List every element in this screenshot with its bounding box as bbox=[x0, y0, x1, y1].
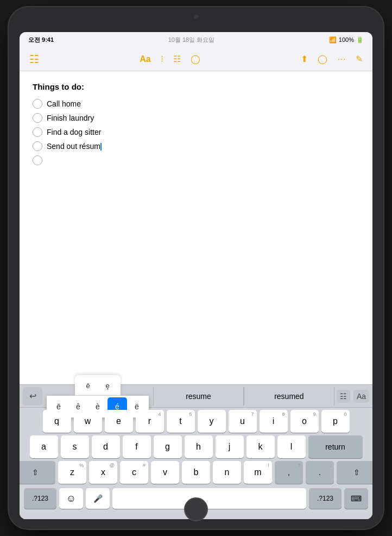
key-g[interactable]: g bbox=[154, 435, 182, 458]
key-j[interactable]: j bbox=[216, 435, 244, 458]
item-3-text: Find a dog sitter bbox=[47, 128, 101, 136]
screen: 오전 9:41 10월 18일 화요일 📶 100% 🔋 ☷ Aa ⁝ ☷ ◯ … bbox=[20, 32, 372, 519]
key-b[interactable]: b bbox=[182, 461, 210, 484]
key-row-1: q w e r4 t5 y u7 i8 o9 p0 bbox=[22, 410, 370, 433]
share-icon[interactable]: ⬆ bbox=[299, 53, 310, 65]
compose-icon[interactable]: ✎ bbox=[353, 53, 365, 65]
key-m[interactable]: m! bbox=[244, 461, 272, 484]
status-right: 📶 100% 🔋 bbox=[329, 36, 364, 43]
key-h[interactable]: h bbox=[185, 435, 213, 458]
camera-dot bbox=[194, 15, 198, 19]
text-cursor bbox=[100, 143, 102, 151]
key-x[interactable]: x@ bbox=[89, 461, 117, 484]
key-f[interactable]: f bbox=[123, 435, 151, 458]
status-time: 오전 9:41 bbox=[28, 36, 54, 44]
key-v[interactable]: v bbox=[151, 461, 179, 484]
key-d[interactable]: d bbox=[92, 435, 120, 458]
key-shift-right[interactable]: ⇧ bbox=[337, 461, 372, 484]
key-p[interactable]: p0 bbox=[321, 410, 350, 433]
toolbar-format-group: Aa ⁝ ☷ ◯ bbox=[137, 53, 202, 65]
item-1-text: Call home bbox=[47, 99, 81, 108]
note-content: Things to do: Call home Finish laundry F… bbox=[20, 71, 372, 384]
key-keyboard-icon[interactable]: ⌨ bbox=[344, 488, 368, 509]
key-i[interactable]: i8 bbox=[260, 410, 288, 433]
key-z[interactable]: z% bbox=[58, 461, 86, 484]
key-l[interactable]: l bbox=[277, 435, 306, 458]
suggestion-1[interactable]: resume bbox=[153, 387, 244, 406]
key-n[interactable]: n bbox=[213, 461, 241, 484]
key-k[interactable]: k bbox=[246, 435, 275, 458]
format-aa-button[interactable]: Aa bbox=[137, 53, 153, 65]
key-q[interactable]: q bbox=[43, 410, 71, 433]
ipad-frame: 오전 9:41 10월 18일 화요일 📶 100% 🔋 ☷ Aa ⁝ ☷ ◯ … bbox=[9, 7, 383, 529]
key-shift[interactable]: ⇧ bbox=[20, 461, 55, 484]
key-o[interactable]: o9 bbox=[290, 410, 319, 433]
key-t[interactable]: t5 bbox=[167, 410, 195, 433]
list-item bbox=[33, 155, 359, 165]
toolbar: ☷ Aa ⁝ ☷ ◯ ⬆ ◯ ⋯ ✎ bbox=[20, 47, 372, 71]
list-item: Find a dog sitter bbox=[33, 127, 359, 137]
battery-icon: 🔋 bbox=[356, 36, 364, 43]
sidebar-toggle-icon[interactable]: ☷ bbox=[27, 52, 41, 67]
toolbar-action-group: ⬆ ◯ ⋯ ✎ bbox=[299, 53, 365, 65]
list-format-icon[interactable]: ⁝ bbox=[159, 53, 166, 65]
key-c[interactable]: c# bbox=[120, 461, 148, 484]
item-4-text: Send out résum bbox=[47, 142, 102, 151]
key-comma[interactable]: ,? bbox=[275, 461, 303, 484]
battery-text: 100% bbox=[339, 36, 354, 43]
checkbox-3[interactable] bbox=[33, 127, 42, 137]
key-r[interactable]: r4 bbox=[136, 410, 164, 433]
grid-kbd-icon[interactable]: ☷ bbox=[337, 390, 350, 403]
suggestion-2[interactable]: resumed bbox=[244, 387, 334, 406]
key-a[interactable]: a bbox=[30, 435, 58, 458]
key-period[interactable]: .. bbox=[306, 461, 334, 484]
camera-icon[interactable]: ◯ bbox=[188, 53, 203, 65]
autocomplete-bar: ↩ ê ę ē ê è é ë bbox=[20, 385, 372, 408]
list-item: Send out résum bbox=[33, 141, 359, 151]
key-s[interactable]: s bbox=[61, 435, 89, 458]
table-icon[interactable]: ☷ bbox=[171, 53, 183, 65]
checkbox-1[interactable] bbox=[33, 99, 42, 109]
item-2-text: Finish laundry bbox=[47, 114, 94, 122]
list-item: Call home bbox=[33, 99, 359, 109]
key-return[interactable]: return bbox=[308, 435, 363, 458]
note-title: Things to do: bbox=[33, 82, 359, 91]
more-options-icon[interactable]: ⋯ bbox=[335, 53, 348, 65]
key-num-right[interactable]: .?123 bbox=[309, 488, 342, 509]
key-u[interactable]: u7 bbox=[229, 410, 257, 433]
undo-button[interactable]: ↩ bbox=[23, 387, 42, 406]
accent-ehat-top[interactable]: ê bbox=[78, 377, 98, 395]
search-note-icon[interactable]: ◯ bbox=[315, 53, 330, 65]
key-num-left[interactable]: .?123 bbox=[24, 488, 56, 509]
key-row-3: ⇧ z% x@ c# v b n m! ,? .. ⇧ bbox=[22, 461, 370, 484]
key-w[interactable]: w bbox=[74, 410, 102, 433]
autocomplete-right-icons: ☷ Aa bbox=[337, 390, 369, 403]
checkbox-5[interactable] bbox=[33, 155, 42, 165]
key-e[interactable]: e bbox=[105, 410, 133, 433]
aa-format-icon[interactable]: Aa bbox=[353, 390, 369, 403]
home-button[interactable] bbox=[184, 497, 208, 521]
accent-eogonek-top[interactable]: ę bbox=[98, 377, 117, 395]
key-mic[interactable]: 🎤 bbox=[86, 488, 110, 509]
key-row-2: a s d f g h j k l return bbox=[22, 435, 370, 458]
key-space[interactable] bbox=[112, 488, 306, 509]
status-date: 10월 18일 화요일 bbox=[168, 36, 215, 44]
key-y[interactable]: y bbox=[198, 410, 226, 433]
suggestions-list: resume resumed bbox=[153, 387, 334, 406]
key-emoji[interactable]: ☺ bbox=[59, 488, 83, 509]
checkbox-2[interactable] bbox=[33, 113, 42, 123]
keyboard: q w e r4 t5 y u7 i8 o9 p0 a s d f bbox=[20, 408, 372, 484]
list-item: Finish laundry bbox=[33, 113, 359, 123]
checkbox-4[interactable] bbox=[33, 141, 42, 151]
status-bar: 오전 9:41 10월 18일 화요일 📶 100% 🔋 bbox=[20, 32, 372, 47]
wifi-icon: 📶 bbox=[329, 36, 337, 43]
